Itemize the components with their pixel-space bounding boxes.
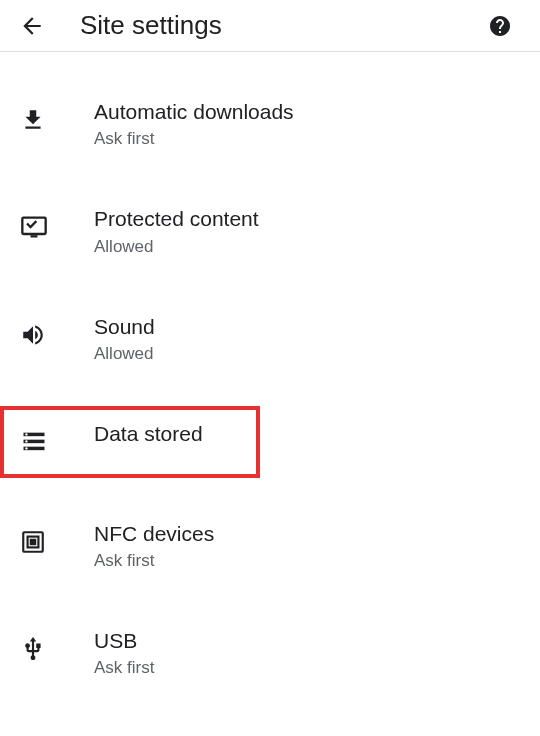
help-icon: [488, 14, 512, 38]
arrow-back-icon: [19, 13, 45, 39]
svg-rect-0: [22, 218, 45, 234]
header: Site settings: [0, 0, 540, 52]
sound-icon: [20, 315, 60, 355]
setting-item-automatic-downloads[interactable]: Automatic downloads Ask first: [0, 84, 540, 163]
help-button[interactable]: [486, 12, 514, 40]
page-title: Site settings: [80, 10, 486, 41]
protected-icon: [20, 207, 60, 247]
setting-item-sound[interactable]: Sound Allowed: [0, 299, 540, 378]
setting-subtitle: Allowed: [94, 237, 259, 257]
setting-text: Protected content Allowed: [94, 205, 259, 256]
setting-text: USB Ask first: [94, 627, 154, 678]
download-icon: [20, 100, 60, 140]
setting-subtitle: Ask first: [94, 658, 154, 678]
usb-icon: [20, 629, 60, 669]
svg-point-5: [25, 433, 27, 435]
setting-item-data-stored[interactable]: Data stored: [0, 406, 260, 478]
data-icon: [20, 422, 60, 462]
setting-text: NFC devices Ask first: [94, 520, 214, 571]
setting-title: Data stored: [94, 420, 203, 447]
setting-title: Protected content: [94, 205, 259, 232]
setting-item-clipboard[interactable]: Clipboard Ask first: [0, 720, 540, 736]
setting-item-protected-content[interactable]: Protected content Allowed: [0, 191, 540, 270]
setting-text: Automatic downloads Ask first: [94, 98, 294, 149]
setting-title: Automatic downloads: [94, 98, 294, 125]
setting-subtitle: Ask first: [94, 129, 294, 149]
svg-rect-10: [31, 540, 35, 544]
setting-subtitle: Ask first: [94, 551, 214, 571]
setting-title: Sound: [94, 313, 155, 340]
setting-title: USB: [94, 627, 154, 654]
svg-point-7: [25, 447, 27, 449]
back-button[interactable]: [12, 6, 52, 46]
setting-item-nfc-devices[interactable]: NFC devices Ask first: [0, 506, 540, 585]
setting-text: Sound Allowed: [94, 313, 155, 364]
setting-title: NFC devices: [94, 520, 214, 547]
settings-list: Automatic downloads Ask first Protected …: [0, 52, 540, 736]
setting-text: Data stored: [94, 420, 203, 447]
nfc-icon: [20, 522, 60, 562]
setting-subtitle: Allowed: [94, 344, 155, 364]
setting-item-usb[interactable]: USB Ask first: [0, 613, 540, 692]
svg-point-6: [25, 440, 27, 442]
